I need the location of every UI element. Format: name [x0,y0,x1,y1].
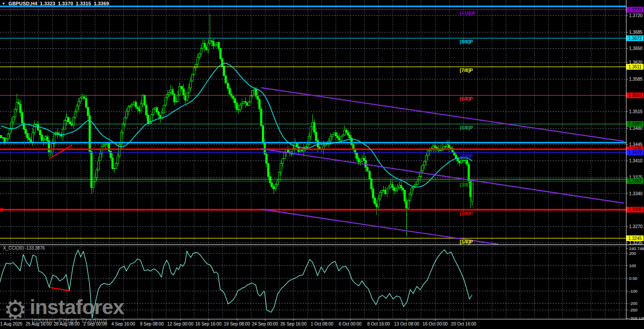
price-axis-label: 1.3270 [629,224,643,229]
time-axis-label: 13 Oct 08:00 [394,322,419,326]
trading-chart-window: 1.37201.36851.36501.36201.35851.35501.35… [0,0,644,329]
murrey-level-label: [5/8]P [460,125,473,130]
murrey-level-label: [8/8]P [460,39,473,44]
time-axis-label: 20 Oct 16:00 [451,322,476,326]
time-axis-label: 24 Sep 00:00 [252,322,278,326]
murrey-level-label: [1/8]P [460,239,473,244]
cci-axis-label: 100 [629,263,636,268]
time-axis-label: 19 Sep 08:00 [224,322,250,326]
murrey-level-label: [2/8]P [460,211,473,216]
time-axis-label: 8 Oct 16:00 [367,322,390,326]
price-axis-label: 1.3235 [629,240,643,245]
murrey-level-label: [4/8]P [460,154,473,159]
cci-indicator-line [0,250,472,318]
price-axis-label: 1.3650 [629,46,643,51]
cci-axis-label: -100 [629,289,637,293]
ohlc-open: 1.3323 [40,1,55,6]
price-axis-label: 1.3445 [629,142,643,147]
murrey-level-label: [6/8]P [460,96,473,101]
ohlc-low: 1.3315 [76,1,91,6]
symbol-dropdown-icon[interactable]: ▼ [2,2,5,6]
chart-canvas[interactable]: 1.37201.36851.36501.36201.35851.35501.35… [0,0,644,329]
price-badge-value: 1.3489 [628,122,642,126]
time-axis-label: 26 Sep 16:00 [280,322,307,326]
price-axis-label: 1.3515 [629,109,643,114]
murrey-level-label: [3/8]P [460,182,473,187]
time-axis-label: 6 Oct 00:00 [339,322,361,326]
time-axis-label: 21 Aug 2025 [0,322,23,326]
price-axis-label: 1.3340 [629,191,643,196]
red-line-left-marker[interactable] [0,208,4,211]
time-axis-label: 4 Sep 16:00 [111,322,135,326]
cci-axis: 240.74842001000.00-100-200-250-316.129 [626,246,644,321]
price-axis-label: 1.3585 [629,77,643,82]
candles-series [0,14,473,236]
ohlc-high: 1.3370 [58,1,73,6]
price-badge-value: 1.3428 [628,150,642,155]
price-badge-value: 1.3733 [628,7,642,12]
murrey-level-label: [+1/8]P [460,11,476,16]
cci-axis-label: 240.7484 [629,246,644,251]
price-badge-value: 1.3367 [628,179,642,183]
price-badge-value: 1.3550 [628,93,642,98]
price-axis-label: 1.3685 [629,30,643,35]
time-axis-label: 1 Oct 08:00 [311,322,333,326]
time-axis-label: 16 Oct 00:00 [422,322,448,326]
grid-lines [0,0,626,319]
time-axis-label: 9 Sep 08:00 [140,322,164,326]
time-axis-label: 16 Sep 16:00 [195,322,222,326]
price-axis-badges: 1.37331.36721.36111.35501.34891.34351.34… [626,7,644,241]
indicator-label: X_CCI(30) -133.3876 [3,246,45,250]
time-axis: 21 Aug 202525 Aug 16:0028 Aug 08:002 Sep… [0,319,476,326]
murrey-level-label: [7/8]P [460,68,473,73]
symbol-period-label: GBPUSD,H4 [8,1,37,6]
trendlines[interactable] [261,88,624,244]
cci-axis-label: -316.129 [629,316,644,321]
time-axis-label: 2 Sep 00:00 [83,322,107,326]
time-axis-label: 28 Aug 08:00 [54,322,80,326]
time-axis-label: 12 Sep 00:00 [167,322,193,326]
cci-axis-label: 0.00 [629,276,637,281]
chart-title-bar: ▼ GBPUSD,H4 1.3323 1.3370 1.3315 1.3369 [2,1,112,6]
ohlc-close: 1.3369 [94,1,109,6]
price-badge-value: 1.3306 [628,207,642,212]
price-axis-label: 1.3720 [629,13,643,18]
price-axis-label: 1.3410 [629,158,643,163]
cci-axis-label: -200 [629,301,637,306]
price-badge-value: 1.3611 [629,64,642,69]
cci-axis-label: 200 [629,251,636,256]
price-badge-value: 1.3672 [628,36,642,41]
price-badge-value: 1.3245 [628,236,642,241]
horizontal-level-lines[interactable] [0,7,626,239]
time-axis-label: 25 Aug 16:00 [26,322,52,326]
cci-axis-label: -250 [629,308,637,312]
